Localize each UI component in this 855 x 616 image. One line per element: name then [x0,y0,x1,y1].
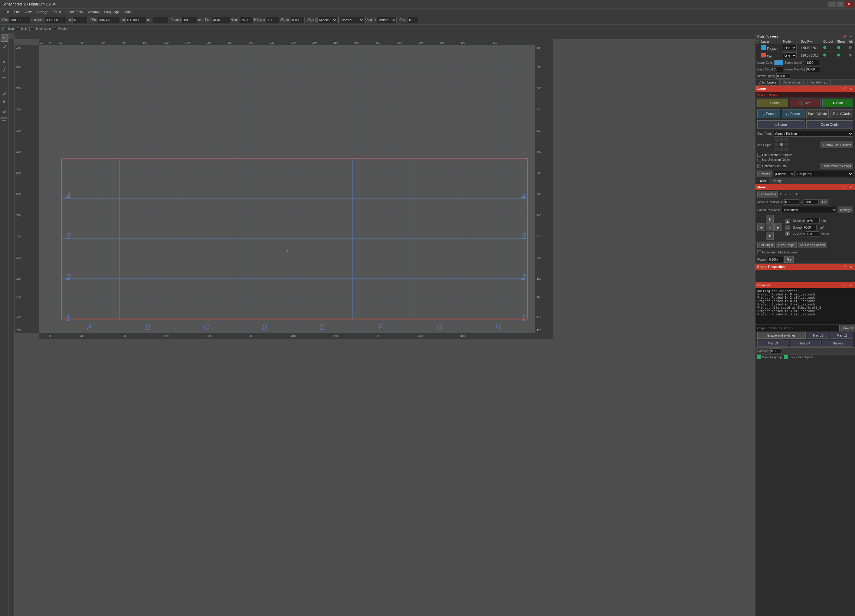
pause-btn[interactable]: ⏸ Pause [757,99,788,107]
rectangle-tool[interactable]: □ [1,50,8,58]
move-left-btn[interactable]: ◄ [757,223,765,231]
height-font-input[interactable] [240,17,254,23]
saved-pos-select[interactable]: Links unten [781,207,837,213]
set-finish-btn[interactable]: Set Finish Position [798,242,827,248]
macro4-btn[interactable]: Macro4 [790,340,821,347]
menu-file[interactable]: File [1,9,11,14]
cut-mode-select[interactable]: Line [783,52,797,58]
home-btn[interactable]: ⌂ Home [757,120,804,129]
width-percent[interactable] [72,17,87,23]
origin-bl[interactable] [775,148,778,151]
move-home-btn[interactable]: ⌂ [766,223,774,231]
distance-input[interactable] [806,218,820,223]
tab-cuts-layers[interactable]: Cuts / Layers [755,79,780,85]
cut-output-dot[interactable] [823,53,826,57]
welded-check[interactable] [53,27,56,31]
speed-input[interactable] [806,60,819,65]
font-input[interactable] [212,17,230,23]
clear-origin-btn[interactable]: Clear Origin [776,242,796,248]
minimize-btn[interactable]: ─ [828,2,836,7]
move-close-btn[interactable]: ✕ [848,185,853,189]
get-position-btn[interactable]: Get Position [757,191,778,197]
tab-library[interactable]: Library [769,178,785,184]
hspace-input[interactable] [266,17,279,23]
origin-tr[interactable] [785,138,788,142]
offset-input[interactable] [408,17,418,23]
width-input[interactable] [45,17,66,23]
xpos-input[interactable] [9,17,30,23]
align-x-select[interactable]: Middle Left Right [317,17,337,23]
cuts-close-btn[interactable]: ✕ [848,34,853,38]
pass-count-input[interactable] [774,67,783,72]
engrave-air-dot[interactable] [849,46,852,49]
uppercase-check[interactable] [29,27,33,31]
origin-tl[interactable] [775,138,778,142]
speed-move-input[interactable] [803,225,817,230]
zspeed-input[interactable] [806,231,819,237]
laser-pin-btn[interactable]: 📌 [842,87,847,91]
z-home-btn[interactable]: ⌂ [785,225,790,230]
power-max-input[interactable] [806,67,820,72]
shape-pin-btn[interactable]: 📌 [842,264,847,269]
show-last-position-btn[interactable]: + Show Last Position [821,142,853,148]
shape-close-btn[interactable]: ✕ [848,264,853,269]
rotate-input[interactable] [180,17,197,23]
close-btn[interactable]: ✕ [845,2,853,7]
cuts-pin-btn[interactable]: 📌 [842,34,847,38]
normal-select[interactable]: Normal [340,17,364,23]
work-area[interactable]: -20 0 20 40 60 80 100 120 140 160 180 20… [15,39,755,616]
menu-window[interactable]: Window [85,9,102,14]
save-gcode-btn[interactable]: Save GCode [806,110,829,118]
z-up-btn[interactable]: ▲ [785,219,790,224]
frame-btn2[interactable]: ⬚ Frame [782,110,804,118]
height-input[interactable] [125,17,146,23]
origin-bc[interactable] [780,148,783,151]
fire-btn[interactable]: Fire [784,256,794,263]
move-right-btn[interactable]: ► [774,223,782,231]
macro1-btn[interactable]: Macro1 [807,332,830,339]
console-close-btn[interactable]: ✕ [848,283,853,287]
macro2-btn[interactable]: Macro2 [830,332,853,339]
macro5-btn[interactable]: Macro5 [822,340,853,347]
console-pin-btn[interactable]: 📌 [842,283,847,287]
engrave-show-dot[interactable] [837,46,840,49]
padding-input[interactable] [770,349,781,354]
devices-btn[interactable]: Devices [757,171,772,177]
set-origin-btn[interactable]: Set Origin [757,242,775,248]
run-gcode-btn[interactable]: Run GCode [830,110,853,118]
sculpfun-select[interactable]: Sculpfun 59 [796,171,853,177]
table-row[interactable]: Engrave Line 1800.0 / 60.0 [755,44,855,52]
start-btn[interactable]: ▶ Start [822,99,853,107]
menu-edit[interactable]: Edit [11,9,22,14]
select-tool[interactable]: ↖ [1,35,8,42]
polygon-tool[interactable]: ⬡ [1,90,8,97]
engrave-mode-select[interactable]: Line [783,45,797,51]
maximize-btn[interactable]: □ [837,2,844,7]
menu-help[interactable]: Help [121,9,133,14]
pen-tool[interactable]: ✏ [1,74,8,81]
circle-tool[interactable]: ○ [1,58,8,65]
menu-tools[interactable]: Tools [51,9,64,14]
origin-mr[interactable] [785,143,788,146]
menu-laser-tools[interactable]: Laser Tools [63,9,85,14]
move-up-btn[interactable]: ▲ [766,215,774,223]
choose-select[interactable]: (Choose) [774,171,795,177]
line-tool[interactable]: ╱ [1,66,8,73]
use-selection-check[interactable] [757,158,761,162]
align-y-select[interactable]: Middle Top Bottom [377,17,397,23]
macro3-btn[interactable]: Macro3 [757,340,788,347]
interval-input[interactable] [776,73,790,79]
cut-air-dot[interactable] [849,53,852,57]
origin-ml[interactable] [775,143,778,146]
origin-mc[interactable] [780,143,783,146]
z-down-btn[interactable]: ▼ [785,231,790,236]
engrave-output-dot[interactable] [823,46,826,49]
cut-show-dot[interactable] [837,53,840,57]
canvas-area[interactable]: -20 0 20 40 60 80 100 120 140 160 180 20… [8,33,755,616]
height-percent[interactable] [153,17,168,23]
move-pin-btn[interactable]: 📌 [842,185,847,189]
optimize-cut-check[interactable] [757,164,761,168]
menu-language[interactable]: Language [102,9,121,14]
enable-limits-btn[interactable]: Enable limit switches [757,332,806,339]
italic-check[interactable] [16,27,19,31]
